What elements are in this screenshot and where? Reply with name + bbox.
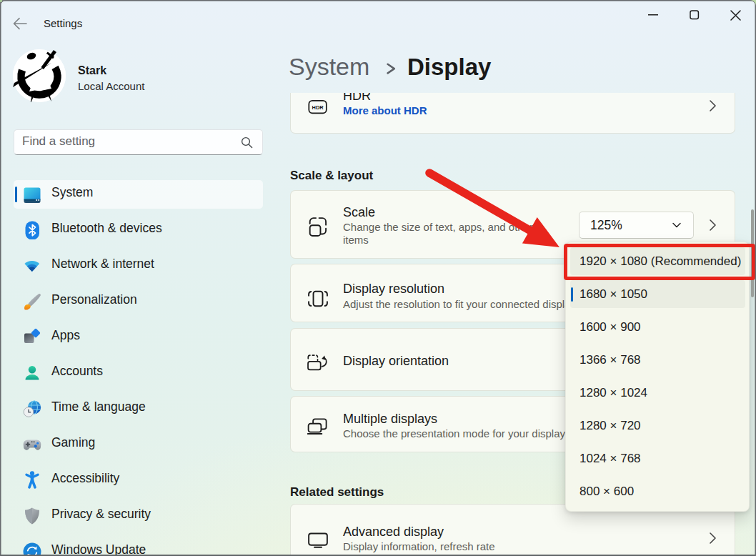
svg-text:HDR: HDR bbox=[312, 104, 324, 111]
